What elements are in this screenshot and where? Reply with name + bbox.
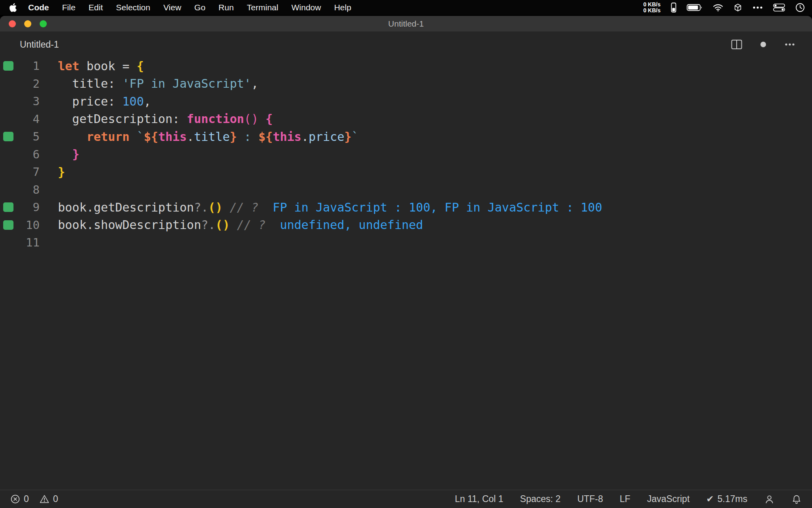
token: book bbox=[79, 59, 122, 73]
network-speed-indicator[interactable]: 0 KB/s 0 KB/s bbox=[643, 2, 661, 13]
code-line-1[interactable]: 1let book = { bbox=[0, 57, 812, 75]
quokka-timing[interactable]: ✔ 5.17ms bbox=[706, 494, 747, 504]
notifications-bell-icon[interactable] bbox=[791, 494, 802, 504]
ellipsis-icon[interactable] bbox=[753, 6, 763, 9]
warnings-value: 0 bbox=[53, 494, 58, 504]
battery-icon[interactable] bbox=[687, 4, 703, 11]
token: book.showDescription bbox=[58, 218, 201, 232]
code-editor[interactable]: 1let book = {2 title: 'FP in JavaScript'… bbox=[0, 57, 812, 490]
quokka-coverage-marker-icon bbox=[3, 202, 13, 212]
token bbox=[259, 112, 266, 126]
token: ` bbox=[137, 130, 144, 144]
line-number: 2 bbox=[18, 77, 40, 90]
gutter-marker-cell bbox=[0, 202, 18, 212]
indentation-setting[interactable]: Spaces: 2 bbox=[520, 494, 561, 504]
status-bar: 0 0 Ln 11, Col 1 Spaces: 2 UTF-8 LF Java… bbox=[0, 490, 812, 508]
close-window-button[interactable] bbox=[9, 20, 16, 27]
macos-menu-bar: CodeFileEditSelectionViewGoRunTerminalWi… bbox=[0, 0, 812, 15]
errors-value: 0 bbox=[24, 494, 29, 504]
errors-count[interactable]: 0 bbox=[10, 494, 29, 504]
line-number: 4 bbox=[18, 112, 40, 126]
apple-menu-icon[interactable] bbox=[10, 3, 17, 12]
code-line-4[interactable]: 4 getDescription: function() { bbox=[0, 110, 812, 128]
line-number: 8 bbox=[18, 183, 40, 196]
quokka-coverage-marker-icon bbox=[3, 61, 13, 71]
code-line-3[interactable]: 3 price: 100, bbox=[0, 92, 812, 110]
token: } bbox=[72, 147, 79, 161]
menu-terminal[interactable]: Terminal bbox=[247, 3, 278, 12]
editor-actions bbox=[731, 39, 795, 50]
code-line-11[interactable]: 11 bbox=[0, 234, 812, 252]
token: ` bbox=[352, 130, 359, 144]
code-text: title: 'FP in JavaScript', bbox=[58, 77, 812, 90]
code-line-10[interactable]: 10book.showDescription?.() // ? undefine… bbox=[0, 216, 812, 234]
status-bar-right: Ln 11, Col 1 Spaces: 2 UTF-8 LF JavaScri… bbox=[455, 494, 802, 504]
menu-window[interactable]: Window bbox=[291, 3, 321, 12]
token: () bbox=[208, 200, 222, 214]
gutter-marker-cell bbox=[0, 132, 18, 141]
code-text: book.getDescription?.() // ? FP in JavaS… bbox=[58, 200, 812, 214]
quokka-coverage-marker-icon bbox=[3, 132, 13, 141]
token: ${ bbox=[259, 130, 273, 144]
warnings-count[interactable]: 0 bbox=[39, 494, 58, 504]
zoom-window-button[interactable] bbox=[40, 20, 47, 27]
code-line-7[interactable]: 7} bbox=[0, 163, 812, 181]
screen: CodeFileEditSelectionViewGoRunTerminalWi… bbox=[0, 0, 812, 508]
token bbox=[266, 218, 280, 232]
language-mode[interactable]: JavaScript bbox=[647, 494, 689, 504]
code-text: } bbox=[58, 165, 812, 179]
token: // ? bbox=[237, 218, 266, 232]
code-line-8[interactable]: 8 bbox=[0, 181, 812, 199]
window-titlebar[interactable]: Untitled-1 bbox=[0, 16, 812, 32]
token: () bbox=[215, 218, 230, 232]
menu-selection[interactable]: Selection bbox=[116, 3, 150, 12]
feedback-icon[interactable] bbox=[764, 494, 775, 504]
menu-file[interactable]: File bbox=[62, 3, 76, 12]
code-line-6[interactable]: 6 } bbox=[0, 146, 812, 164]
token: book.getDescription bbox=[58, 200, 194, 214]
code-text: price: 100, bbox=[58, 94, 812, 108]
code-text: getDescription: function() { bbox=[58, 112, 812, 126]
eol-setting[interactable]: LF bbox=[620, 494, 630, 504]
token bbox=[222, 200, 230, 214]
menu-code[interactable]: Code bbox=[28, 3, 49, 12]
cube-icon[interactable] bbox=[733, 3, 742, 12]
menu-view[interactable]: View bbox=[163, 3, 181, 12]
menu-edit[interactable]: Edit bbox=[88, 3, 103, 12]
encoding-setting[interactable]: UTF-8 bbox=[577, 494, 603, 504]
menu-help[interactable]: Help bbox=[334, 3, 351, 12]
token: return bbox=[86, 130, 129, 144]
code-line-5[interactable]: 5 return `${this.title} : ${this.price}` bbox=[0, 128, 812, 146]
token: } bbox=[58, 165, 65, 179]
more-actions-icon[interactable] bbox=[784, 43, 795, 46]
line-number: 1 bbox=[18, 59, 40, 73]
minimize-window-button[interactable] bbox=[24, 20, 31, 27]
control-center-icon[interactable] bbox=[773, 4, 785, 12]
token: FP in JavaScript : 100, FP in JavaScript… bbox=[273, 200, 602, 214]
token: ${ bbox=[144, 130, 158, 144]
editor-header: Untitled-1 bbox=[0, 32, 812, 57]
code-text: } bbox=[58, 147, 812, 161]
token: } bbox=[230, 130, 237, 144]
gutter-marker-cell bbox=[0, 61, 18, 71]
menu-bar-status-items: 0 KB/s 0 KB/s bbox=[643, 2, 805, 13]
menu-go[interactable]: Go bbox=[194, 3, 205, 12]
split-editor-icon[interactable] bbox=[731, 39, 742, 50]
token: , bbox=[251, 77, 259, 90]
problems-indicator[interactable]: 0 0 bbox=[10, 494, 58, 504]
quokka-time-value: 5.17ms bbox=[718, 494, 747, 504]
cursor-position[interactable]: Ln 11, Col 1 bbox=[455, 494, 503, 504]
unsaved-changes-dot-icon[interactable] bbox=[760, 42, 766, 47]
line-number: 3 bbox=[18, 94, 40, 108]
menu-run[interactable]: Run bbox=[218, 3, 234, 12]
code-text: book.showDescription?.() // ? undefined,… bbox=[58, 218, 812, 232]
device-battery-icon[interactable] bbox=[671, 2, 676, 13]
code-line-9[interactable]: 9book.getDescription?.() // ? FP in Java… bbox=[0, 198, 812, 216]
code-line-2[interactable]: 2 title: 'FP in JavaScript', bbox=[0, 75, 812, 93]
wifi-icon[interactable] bbox=[713, 4, 723, 12]
token: // ? bbox=[230, 200, 258, 214]
token: , bbox=[144, 94, 151, 108]
clock-icon[interactable] bbox=[795, 3, 805, 12]
tab-untitled-1[interactable]: Untitled-1 bbox=[20, 39, 59, 50]
token bbox=[230, 218, 237, 232]
